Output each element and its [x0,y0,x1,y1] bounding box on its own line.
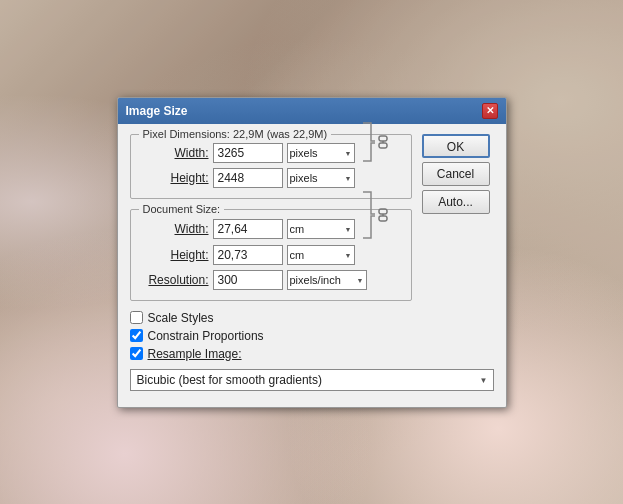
resample-method-wrapper[interactable]: Bicubic (best for smooth gradients) Bicu… [130,369,494,391]
dialog-overlay: Image Size ✕ Pixel Dimensions: 22,9M (wa… [0,0,623,504]
document-size-group: Document Size: Width: cm inches mm [130,209,412,301]
doc-width-unit-select[interactable]: cm inches mm [287,219,355,239]
resolution-row: Resolution: pixels/inch pixels/cm [141,270,401,290]
doc-height-row: Height: cm inches mm [141,245,401,265]
pixel-height-input[interactable] [213,168,283,188]
link-bracket-doc [361,190,375,240]
resample-image-row: Resample Image: [130,347,494,361]
dialog-left: Pixel Dimensions: 22,9M (was 22,9M) Widt… [130,134,412,311]
resolution-unit-select[interactable]: pixels/inch pixels/cm [287,270,367,290]
scale-styles-label[interactable]: Scale Styles [148,311,214,325]
chain-icon [377,135,389,149]
constrain-proportions-row: Constrain Proportions [130,329,494,343]
doc-width-input[interactable] [213,219,283,239]
checkboxes-area: Scale Styles Constrain Proportions Resam… [118,311,506,361]
doc-height-input[interactable] [213,245,283,265]
pixel-width-input[interactable] [213,143,283,163]
pixel-height-label: Height: [141,171,209,185]
doc-width-row: Width: cm inches mm [141,218,401,240]
pixel-width-unit-select[interactable]: pixels percent [287,143,355,163]
resolution-unit-wrapper[interactable]: pixels/inch pixels/cm [287,270,367,290]
resample-image-checkbox[interactable] [130,347,143,360]
auto-button[interactable]: Auto... [422,190,490,214]
svg-rect-4 [379,216,387,221]
dialog-body: Pixel Dimensions: 22,9M (was 22,9M) Widt… [118,124,506,311]
resample-method-row: Bicubic (best for smooth gradients) Bicu… [118,365,506,391]
svg-rect-3 [379,209,387,214]
cancel-button[interactable]: Cancel [422,162,490,186]
doc-height-label: Height: [141,248,209,262]
pixel-height-row: Height: pixels percent [141,168,401,188]
pixel-height-unit-wrapper[interactable]: pixels percent [287,168,355,188]
resolution-input[interactable] [213,270,283,290]
document-size-label: Document Size: [139,203,225,215]
scale-styles-row: Scale Styles [130,311,494,325]
scale-styles-checkbox[interactable] [130,311,143,324]
pixel-height-unit-select[interactable]: pixels percent [287,168,355,188]
ok-button[interactable]: OK [422,134,490,158]
pixel-width-unit-wrapper[interactable]: pixels percent [287,143,355,163]
svg-rect-0 [379,136,387,141]
constrain-proportions-label[interactable]: Constrain Proportions [148,329,264,343]
link-bracket-pixel [361,121,375,163]
resample-image-label[interactable]: Resample Image: [148,347,242,361]
svg-rect-1 [379,143,387,148]
image-size-dialog: Image Size ✕ Pixel Dimensions: 22,9M (wa… [117,97,507,408]
doc-height-unit-select[interactable]: cm inches mm [287,245,355,265]
dialog-title: Image Size [126,104,188,118]
chain-icon-doc [377,208,389,222]
close-button[interactable]: ✕ [482,103,498,119]
pixel-width-label: Width: [141,146,209,160]
pixel-width-row: Width: pixels percent [141,143,401,163]
constrain-proportions-checkbox[interactable] [130,329,143,342]
doc-height-unit-wrapper[interactable]: cm inches mm [287,245,355,265]
dialog-buttons: OK Cancel Auto... [422,134,494,311]
doc-width-unit-wrapper[interactable]: cm inches mm [287,219,355,239]
pixel-dimensions-label: Pixel Dimensions: 22,9M (was 22,9M) [139,128,332,140]
resample-method-select[interactable]: Bicubic (best for smooth gradients) Bicu… [130,369,494,391]
title-bar: Image Size ✕ [118,98,506,124]
resolution-label: Resolution: [141,273,209,287]
doc-width-label: Width: [141,222,209,236]
